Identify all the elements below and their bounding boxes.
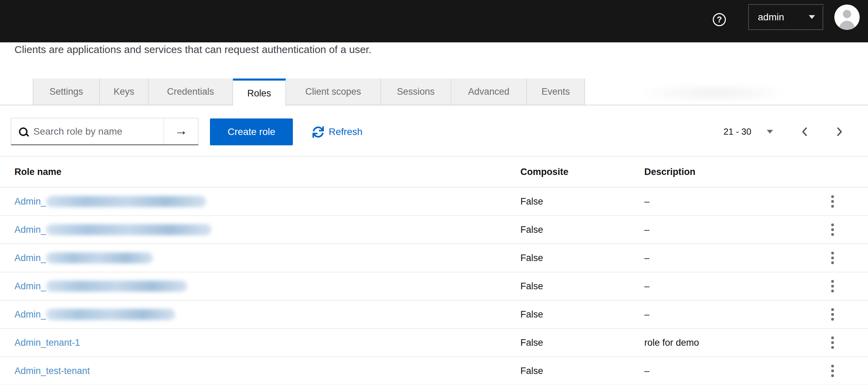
kebab-dot [831, 200, 834, 203]
kebab-menu-button[interactable] [825, 244, 840, 272]
pagination-range-dropdown[interactable]: 21 - 30 [723, 126, 773, 137]
refresh-label: Refresh [329, 126, 362, 137]
table-row: Admin_tenant-1Falserole for demo [0, 329, 868, 357]
description-value: – [644, 301, 649, 328]
table-row: Admin_False– [0, 301, 868, 329]
table-body: Admin_False–Admin_False–Admin_False–Admi… [0, 188, 868, 385]
chevron-down-icon [809, 15, 815, 19]
tab-events[interactable]: Events [527, 79, 585, 105]
composite-value: False [520, 301, 543, 328]
search-input[interactable] [11, 118, 163, 144]
tab-settings[interactable]: Settings [33, 79, 100, 105]
tab-advanced[interactable]: Advanced [451, 79, 527, 105]
tab-roles[interactable]: Roles [233, 79, 286, 106]
role-name-link[interactable]: Admin_ [14, 216, 46, 243]
arrow-right-icon: → [174, 123, 188, 138]
user-avatar-icon [834, 4, 860, 30]
description-value: role for demo [644, 329, 699, 356]
page-description: Clients are applications and services th… [14, 44, 371, 55]
kebab-dot [831, 233, 834, 236]
table-row: Admin_False– [0, 188, 868, 216]
kebab-dot [831, 318, 834, 321]
tab-credentials[interactable]: Credentials [149, 79, 233, 105]
table-row: Admin_False– [0, 244, 868, 272]
composite-value: False [520, 272, 543, 300]
description-value: – [644, 357, 649, 385]
role-name-link[interactable]: Admin_test-tenant [14, 357, 90, 385]
table-header-row: Role name Composite Description [0, 156, 868, 188]
kebab-dot [831, 365, 834, 367]
kebab-dot [831, 280, 834, 283]
search-box: → [11, 118, 199, 145]
kebab-dot [831, 205, 834, 208]
role-name-link[interactable]: Admin_ [14, 244, 46, 272]
kebab-menu-button[interactable] [825, 272, 840, 300]
pagination-prev-button[interactable] [802, 127, 807, 136]
pagination-range-label: 21 - 30 [723, 126, 751, 137]
kebab-dot [831, 257, 834, 259]
kebab-dot [831, 195, 834, 198]
pagination-next-button[interactable] [837, 127, 843, 136]
composite-value: False [520, 329, 543, 356]
kebab-dot [831, 341, 834, 344]
composite-value: False [520, 216, 543, 243]
redacted-role-name [46, 281, 187, 292]
tab-client-scopes[interactable]: Client scopes [286, 79, 381, 105]
kebab-dot [831, 308, 834, 311]
redacted-role-name [46, 309, 175, 320]
table-row: Admin_False– [0, 272, 868, 301]
role-name-link[interactable]: Admin_ [14, 188, 46, 215]
refresh-icon [313, 126, 324, 138]
tab-sessions[interactable]: Sessions [381, 79, 451, 105]
search-submit-button[interactable]: → [163, 118, 198, 144]
role-name-link[interactable]: Admin_tenant-1 [14, 329, 80, 356]
table-row: Admin_False– [0, 216, 868, 244]
redacted-role-name [46, 252, 153, 263]
description-value: – [644, 216, 649, 243]
kebab-menu-button[interactable] [825, 216, 840, 243]
redacted-role-name [46, 224, 211, 235]
faded-watermark [637, 83, 792, 103]
kebab-menu-button[interactable] [825, 357, 840, 385]
description-value: – [644, 244, 649, 272]
search-icon [19, 127, 29, 138]
kebab-dot [831, 261, 834, 264]
redacted-role-name [46, 196, 206, 207]
pagination: 21 - 30 [723, 118, 843, 145]
kebab-dot [831, 285, 834, 288]
tab-strip: SettingsKeysCredentialsRolesClient scope… [33, 79, 585, 106]
role-name-link[interactable]: Admin_ [14, 301, 46, 328]
kebab-menu-button[interactable] [825, 188, 840, 215]
kebab-dot [831, 346, 834, 349]
kebab-dot [831, 290, 834, 292]
composite-value: False [520, 244, 543, 272]
username-label: admin [758, 12, 784, 23]
avatar[interactable] [834, 4, 860, 30]
role-name-link[interactable]: Admin_ [14, 272, 46, 300]
masthead: ? admin [0, 0, 868, 42]
user-menu-dropdown[interactable]: admin [748, 4, 823, 30]
kebab-dot [831, 252, 834, 254]
column-header-description: Description [644, 157, 696, 187]
description-value: – [644, 188, 649, 215]
kebab-dot [831, 228, 834, 231]
kebab-menu-button[interactable] [825, 301, 840, 328]
caret-down-icon [767, 130, 773, 134]
column-header-composite: Composite [520, 157, 569, 187]
chevron-left-icon [802, 127, 807, 136]
refresh-button[interactable]: Refresh [313, 118, 362, 145]
description-value: – [644, 272, 649, 300]
help-icon[interactable]: ? [713, 13, 726, 26]
kebab-dot [831, 336, 834, 339]
chevron-right-icon [837, 127, 843, 136]
create-role-button[interactable]: Create role [210, 118, 293, 145]
table-row: Admin_test-tenantFalse– [0, 357, 868, 385]
kebab-dot [831, 223, 834, 226]
kebab-dot [831, 370, 834, 372]
composite-value: False [520, 188, 543, 215]
kebab-menu-button[interactable] [825, 329, 840, 356]
kebab-dot [831, 374, 834, 377]
kebab-dot [831, 313, 834, 316]
column-header-role-name: Role name [14, 157, 62, 187]
tab-keys[interactable]: Keys [100, 79, 149, 105]
